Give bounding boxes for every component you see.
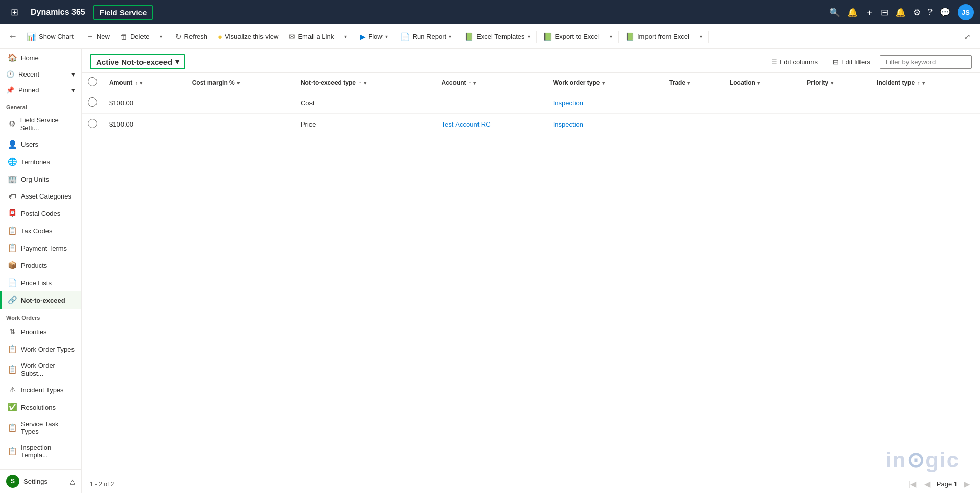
run-report-button[interactable]: 📄 Run Report ▾: [395, 28, 457, 46]
work-order-substatus-label: Work Order Subst...: [21, 362, 75, 377]
filter-icon[interactable]: ⊟: [881, 7, 888, 18]
chat-icon[interactable]: 💬: [940, 7, 950, 18]
row1-amount: $100.00: [103, 92, 186, 114]
waffle-icon[interactable]: ⊞: [6, 4, 22, 20]
help-icon[interactable]: ?: [928, 7, 933, 17]
col-cost-margin[interactable]: Cost margin % ▾: [186, 73, 295, 92]
first-page-button[interactable]: |◀: [906, 478, 918, 490]
sidebar-item-resolutions[interactable]: ✅ Resolutions: [0, 399, 81, 416]
back-button[interactable]: ←: [4, 28, 21, 45]
sidebar-item-incident-types[interactable]: ⚠ Incident Types: [0, 381, 81, 399]
row1-work-order-type-link[interactable]: Inspection: [553, 99, 583, 107]
row2-account-link[interactable]: Test Account RC: [442, 120, 491, 128]
sidebar-item-payment-terms[interactable]: 📋 Payment Terms: [0, 239, 81, 257]
sidebar-item-work-order-types[interactable]: 📋 Work Order Types: [0, 340, 81, 358]
col-work-order-type[interactable]: Work order type ▾: [547, 73, 663, 92]
row2-checkbox[interactable]: [88, 119, 97, 128]
sidebar-item-home[interactable]: 🏠 Home: [0, 49, 81, 66]
sidebar-item-territories[interactable]: 🌐 Territories: [0, 153, 81, 170]
refresh-icon: ↻: [175, 32, 182, 41]
edit-filters-button[interactable]: ⊟ Edit filters: [827, 55, 876, 69]
import-excel-button[interactable]: 📗 Import from Excel: [620, 28, 695, 46]
settings-icon[interactable]: ⚙: [913, 7, 921, 18]
filter-by-keyword-input[interactable]: [880, 55, 972, 69]
select-all-header[interactable]: [82, 73, 103, 92]
import-excel-caret-button[interactable]: ▾: [695, 28, 707, 46]
row1-work-order-type[interactable]: Inspection: [547, 92, 663, 114]
col-not-to-exceed-type[interactable]: Not-to-exceed type ↑ ▾: [295, 73, 436, 92]
excel-templates-button[interactable]: 📗 Excel Templates ▾: [459, 28, 535, 46]
search-icon[interactable]: 🔍: [829, 7, 840, 18]
select-all-checkbox[interactable]: [88, 77, 97, 86]
edit-filters-icon: ⊟: [833, 58, 839, 66]
delete-caret-button[interactable]: ▾: [155, 28, 168, 46]
sidebar-item-work-order-substatus[interactable]: 📋 Work Order Subst...: [0, 358, 81, 381]
sidebar-item-recent[interactable]: 🕐 Recent ▾: [0, 66, 81, 82]
edit-columns-button[interactable]: ☰ Edit columns: [766, 55, 823, 69]
incident-types-label: Incident Types: [21, 386, 64, 394]
postal-codes-icon: 📮: [8, 209, 17, 218]
email-link-button[interactable]: ✉ Email a Link: [283, 28, 339, 46]
row1-checkbox[interactable]: [88, 97, 97, 107]
expand-button[interactable]: ⤢: [959, 28, 976, 46]
field-service-settings-label: Field Service Setti...: [20, 116, 75, 132]
excel-templates-label: Excel Templates: [476, 33, 524, 40]
sidebar-item-postal-codes[interactable]: 📮 Postal Codes: [0, 205, 81, 222]
row2-work-order-type-link[interactable]: Inspection: [553, 120, 583, 128]
sidebar-item-priorities[interactable]: ⇅ Priorities: [0, 323, 81, 340]
row1-select-cell[interactable]: [82, 92, 103, 114]
export-excel-caret-button[interactable]: ▾: [605, 28, 617, 46]
data-table-container: Amount ↑ ▾ Cost margin % ▾ Not-to-exceed…: [82, 73, 980, 475]
sidebar-item-settings[interactable]: S Settings △: [0, 470, 81, 493]
avatar[interactable]: JS: [958, 4, 974, 20]
row2-select-cell[interactable]: [82, 114, 103, 135]
col-priority[interactable]: Priority ▾: [801, 73, 871, 92]
sidebar-item-tax-codes[interactable]: 📋 Tax Codes: [0, 222, 81, 239]
notification-icon[interactable]: 🔔: [895, 7, 906, 18]
visualize-button[interactable]: ● Visualize this view: [212, 28, 283, 46]
email-caret-button[interactable]: ▾: [339, 28, 352, 46]
sidebar-item-field-service-settings[interactable]: ⚙ Field Service Setti...: [0, 112, 81, 136]
row2-account[interactable]: Test Account RC: [436, 114, 547, 135]
col-amount[interactable]: Amount ↑ ▾: [103, 73, 186, 92]
refresh-button[interactable]: ↻ Refresh: [170, 28, 213, 46]
export-excel-button[interactable]: 📗 Export to Excel: [538, 28, 605, 46]
show-chart-label: Show Chart: [39, 33, 74, 40]
prev-page-button[interactable]: ◀: [922, 478, 933, 490]
next-page-button[interactable]: ▶: [962, 478, 972, 490]
sidebar-item-service-task-types[interactable]: 📋 Service Task Types: [0, 416, 81, 439]
sidebar-item-not-to-exceed[interactable]: 🔗 Not-to-exceed: [0, 291, 81, 309]
app-title[interactable]: Field Service: [93, 5, 153, 20]
settings-label: Settings: [23, 478, 47, 485]
sidebar-item-org-units[interactable]: 🏢 Org Units: [0, 170, 81, 188]
sidebar-item-users[interactable]: 👤 Users: [0, 136, 81, 153]
sidebar-item-asset-categories[interactable]: 🏷 Asset Categories: [0, 188, 81, 205]
inspection-templates-label: Inspection Templa...: [21, 443, 75, 459]
view-title-button[interactable]: Active Not-to-exceed ▾: [90, 54, 185, 69]
payment-terms-icon: 📋: [8, 243, 17, 253]
sidebar-item-products[interactable]: 📦 Products: [0, 257, 81, 274]
col-incident-type[interactable]: Incident type ↑ ▾: [871, 73, 980, 92]
tax-codes-label: Tax Codes: [21, 227, 52, 235]
nav-icons: 🔍 🔔 ＋ ⊟ 🔔 ⚙ ? 💬 JS: [829, 4, 974, 20]
pinned-label: Pinned: [18, 86, 39, 94]
sidebar-item-price-lists[interactable]: 📄 Price Lists: [0, 274, 81, 291]
sidebar-item-pinned[interactable]: 📌 Pinned ▾: [0, 82, 81, 98]
col-trade[interactable]: Trade ▾: [663, 73, 724, 92]
row1-incident-type: [871, 92, 980, 114]
delete-button[interactable]: 🗑 Delete: [115, 28, 155, 46]
row2-work-order-type[interactable]: Inspection: [547, 114, 663, 135]
col-account[interactable]: Account ↑ ▾: [436, 73, 547, 92]
add-icon[interactable]: ＋: [865, 7, 874, 18]
bell-icon[interactable]: 🔔: [847, 7, 858, 18]
sidebar-item-inspection-templates[interactable]: 📋 Inspection Templa...: [0, 439, 81, 463]
flow-dropdown-icon: ▾: [385, 34, 388, 39]
view-title-label: Active Not-to-exceed: [96, 58, 172, 66]
show-chart-button[interactable]: 📊 Show Chart: [21, 28, 79, 46]
recent-icon: 🕐: [6, 70, 14, 78]
flow-button[interactable]: ▶ Flow ▾: [354, 28, 392, 46]
top-nav: ⊞ Dynamics 365 Field Service 🔍 🔔 ＋ ⊟ 🔔 ⚙…: [0, 0, 980, 24]
home-label: Home: [21, 54, 39, 62]
new-button[interactable]: ＋ New: [81, 28, 115, 46]
col-location[interactable]: Location ▾: [724, 73, 801, 92]
